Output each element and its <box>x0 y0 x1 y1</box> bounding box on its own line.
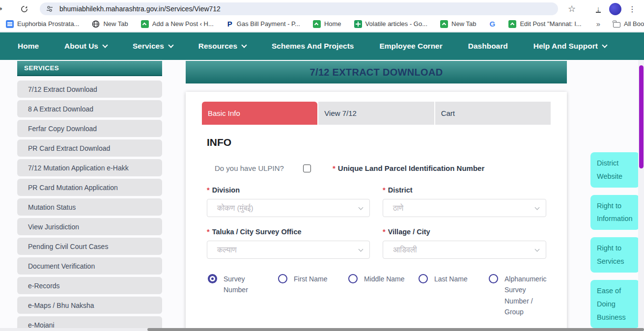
sidebar-item-view-jurisdiction[interactable]: View Jurisdiction <box>17 218 162 235</box>
bookmark-add-new-post[interactable]: Add a New Post ‹ H... <box>141 20 214 28</box>
sidebar-item-8a-extract-download[interactable]: 8 A Extract Download <box>17 100 162 117</box>
horizontal-scrollbar-track[interactable] <box>0 328 644 331</box>
bookmark-home[interactable]: Home <box>313 20 341 28</box>
docs-icon <box>6 20 14 28</box>
radio-last-name[interactable]: Last Name <box>419 274 489 318</box>
address-bar-row: ➞ bhumiabhilekh.maharashtra.gov.in/Servi… <box>0 0 644 16</box>
radio-alphanumeric-survey[interactable]: Alphanumeric Survey Number / Group <box>489 274 547 318</box>
right-to-services-button[interactable]: Right to Services <box>590 237 640 273</box>
nav-resources[interactable]: Resources <box>198 42 246 51</box>
ulpin-question-label: Do you have ULPIN? <box>215 164 297 172</box>
chevron-down-icon <box>359 205 364 210</box>
globe-icon <box>92 20 100 28</box>
district-select[interactable]: ठाणे <box>383 199 546 217</box>
chevron-down-icon <box>602 42 607 48</box>
reload-icon[interactable] <box>17 2 31 16</box>
bookmark-new-tab-1[interactable]: New Tab <box>92 20 128 28</box>
radio-first-name[interactable]: First Name <box>278 274 348 318</box>
sidebar-item-e-maps-bhu-naksha[interactable]: e-Maps / Bhu Naksha <box>17 297 162 314</box>
tab-basic-info[interactable]: Basic Info <box>202 102 317 125</box>
nav-schemes-projects[interactable]: Schemes And Projects <box>272 42 354 51</box>
sidebar-item-e-records[interactable]: e-Records <box>17 277 162 294</box>
radio-icon <box>489 274 498 283</box>
division-select[interactable]: कोकण (मुंबई) <box>207 199 370 217</box>
bookmark-gas-bill[interactable]: P Gas Bill Payment - P... <box>226 20 300 28</box>
sidebar-title: SERVICES <box>17 61 162 76</box>
paypal-p-icon: P <box>226 20 233 28</box>
bookmarks-bar: Euphorbia Prostrata... New Tab Add a New… <box>0 16 644 32</box>
right-to-information-button[interactable]: Right to Information <box>590 195 640 230</box>
district-label: District <box>388 186 413 194</box>
site-settings-icon[interactable] <box>46 5 54 13</box>
radio-icon <box>419 274 428 283</box>
bookmark-new-tab-2[interactable]: New Tab <box>440 20 476 28</box>
required-asterisk: * <box>333 164 336 172</box>
forward-icon[interactable]: ➞ <box>0 4 4 13</box>
division-field: *Division कोकण (मुंबई) <box>207 186 370 217</box>
quick-links: District Website Right to Information Ri… <box>590 152 640 331</box>
tab-view-712[interactable]: View 7/12 <box>317 102 434 125</box>
browser-chrome: ➞ bhumiabhilekh.maharashtra.gov.in/Servi… <box>0 0 644 32</box>
download-icon[interactable]: ↓ <box>591 2 605 16</box>
radio-survey-number[interactable]: Survey Number <box>208 274 278 318</box>
tab-bar: Basic Info View 7/12 Cart <box>202 102 551 125</box>
radio-middle-name[interactable]: Middle Name <box>348 274 419 318</box>
page-title: 7/12 EXTRACT DOWNLOAD <box>186 61 567 83</box>
sidebar-item-mutation-status[interactable]: Mutation Status <box>17 198 162 216</box>
chevron-down-icon <box>102 42 108 48</box>
vertical-scrollbar-thumb[interactable] <box>639 65 644 168</box>
wordpress-caret-icon <box>141 20 149 28</box>
url-text[interactable]: bhumiabhilekh.maharashtra.gov.in/Service… <box>59 5 221 13</box>
chevron-down-icon <box>535 205 540 210</box>
nav-help-support[interactable]: Help And Support <box>533 42 607 51</box>
required-asterisk: * <box>207 228 210 236</box>
url-bar[interactable]: bhumiabhilekh.maharashtra.gov.in/Service… <box>40 2 558 15</box>
sidebar-item-712-mutation-ehakk[interactable]: 7/12 Mutation Application e-Hakk <box>17 159 162 176</box>
chevron-down-icon <box>241 42 247 48</box>
folder-icon <box>613 22 620 28</box>
all-bookmarks-button[interactable]: All Bookmarks <box>613 20 644 28</box>
vertical-scrollbar-track[interactable] <box>638 60 644 331</box>
main-panel: 7/12 EXTRACT DOWNLOAD Basic Info View 7/… <box>186 61 567 331</box>
sidebar-item-pending-civil-court-cases[interactable]: Pending Civil Court Cases <box>17 238 162 255</box>
village-select[interactable]: आडिवली <box>383 241 546 259</box>
tab-cart[interactable]: Cart <box>434 102 551 125</box>
nav-services[interactable]: Services <box>133 42 173 51</box>
bookmark-star-icon[interactable]: ☆ <box>565 2 579 16</box>
nav-dashboard[interactable]: Dashboard <box>468 42 508 51</box>
bookmark-euphorbia[interactable]: Euphorbia Prostrata... <box>6 20 79 28</box>
division-label: Division <box>212 186 240 194</box>
required-asterisk: * <box>383 186 386 194</box>
sidebar-item-ferfar-copy-download[interactable]: Ferfar Copy Download <box>17 120 162 137</box>
sidebar-item-pr-card-mutation[interactable]: PR Card Mutation Application <box>17 179 162 196</box>
profile-avatar[interactable] <box>609 3 621 15</box>
nav-about-us[interactable]: About Us <box>64 42 107 51</box>
required-asterisk: * <box>207 186 210 194</box>
ulpin-checkbox[interactable] <box>303 165 311 172</box>
nav-employee-corner[interactable]: Employee Corner <box>379 42 442 51</box>
ease-of-doing-business-button[interactable]: Ease of Doing Business <box>590 280 640 328</box>
district-website-button[interactable]: District Website <box>590 152 640 188</box>
sidebar-item-document-verification[interactable]: Document Verification <box>17 257 162 275</box>
sheets-plus-icon <box>354 20 362 28</box>
horizontal-scrollbar-thumb[interactable] <box>147 328 644 331</box>
page-content: SERVICES 7/12 Extract Download 8 A Extra… <box>0 60 644 331</box>
services-sidebar: SERVICES 7/12 Extract Download 8 A Extra… <box>17 61 162 331</box>
bookmark-edit-post[interactable]: Edit Post "Mannat: I... <box>508 20 581 28</box>
service-card: Basic Info View 7/12 Cart INFO Do you ha… <box>186 92 567 331</box>
nav-home[interactable]: Home <box>18 42 39 51</box>
taluka-select[interactable]: कल्याण <box>207 241 370 259</box>
bookmark-google[interactable]: G <box>489 20 496 28</box>
site-navbar: Home About Us Services Resources Schemes… <box>0 32 644 60</box>
google-g-icon: G <box>489 20 496 28</box>
sidebar-item-712-extract-download[interactable]: 7/12 Extract Download <box>17 81 162 98</box>
bookmark-volatile-articles[interactable]: Volatile articles - Go... <box>354 20 427 28</box>
browser-menu-icon[interactable]: ⋮ <box>625 2 639 16</box>
chevron-down-icon <box>359 247 364 251</box>
wordpress-caret-icon <box>313 20 321 28</box>
bookmarks-overflow-icon[interactable]: » <box>596 20 600 28</box>
sidebar-list: 7/12 Extract Download 8 A Extract Downlo… <box>17 81 162 331</box>
location-form: *Division कोकण (मुंबई) *District ठाणे *T… <box>207 186 551 259</box>
taluka-label: Taluka / City Survey Office <box>212 228 302 236</box>
sidebar-item-pr-card-extract-download[interactable]: PR Card Extract Download <box>17 139 162 157</box>
